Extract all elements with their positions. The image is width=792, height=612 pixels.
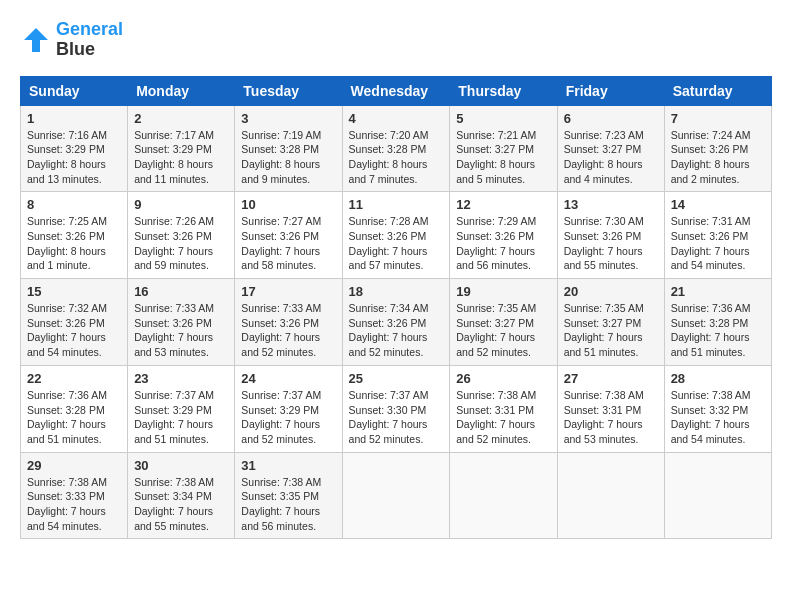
- calendar-cell: 4Sunrise: 7:20 AMSunset: 3:28 PMDaylight…: [342, 105, 450, 192]
- day-number: 20: [564, 284, 658, 299]
- day-number: 13: [564, 197, 658, 212]
- day-number: 12: [456, 197, 550, 212]
- weekday-header-saturday: Saturday: [664, 76, 771, 105]
- day-info: Sunrise: 7:17 AMSunset: 3:29 PMDaylight:…: [134, 128, 228, 187]
- calendar-cell: 12Sunrise: 7:29 AMSunset: 3:26 PMDayligh…: [450, 192, 557, 279]
- day-number: 27: [564, 371, 658, 386]
- calendar-cell: [342, 452, 450, 539]
- day-info: Sunrise: 7:30 AMSunset: 3:26 PMDaylight:…: [564, 214, 658, 273]
- calendar-cell: 16Sunrise: 7:33 AMSunset: 3:26 PMDayligh…: [128, 279, 235, 366]
- day-number: 26: [456, 371, 550, 386]
- calendar-week-5: 29Sunrise: 7:38 AMSunset: 3:33 PMDayligh…: [21, 452, 772, 539]
- day-info: Sunrise: 7:33 AMSunset: 3:26 PMDaylight:…: [241, 301, 335, 360]
- day-number: 16: [134, 284, 228, 299]
- logo-text: GeneralBlue: [56, 20, 123, 60]
- day-info: Sunrise: 7:38 AMSunset: 3:32 PMDaylight:…: [671, 388, 765, 447]
- day-number: 6: [564, 111, 658, 126]
- svg-marker-0: [24, 28, 48, 52]
- day-number: 28: [671, 371, 765, 386]
- day-info: Sunrise: 7:27 AMSunset: 3:26 PMDaylight:…: [241, 214, 335, 273]
- day-info: Sunrise: 7:33 AMSunset: 3:26 PMDaylight:…: [134, 301, 228, 360]
- day-number: 22: [27, 371, 121, 386]
- day-info: Sunrise: 7:28 AMSunset: 3:26 PMDaylight:…: [349, 214, 444, 273]
- day-number: 29: [27, 458, 121, 473]
- day-info: Sunrise: 7:19 AMSunset: 3:28 PMDaylight:…: [241, 128, 335, 187]
- day-info: Sunrise: 7:20 AMSunset: 3:28 PMDaylight:…: [349, 128, 444, 187]
- calendar-cell: 27Sunrise: 7:38 AMSunset: 3:31 PMDayligh…: [557, 365, 664, 452]
- weekday-header-friday: Friday: [557, 76, 664, 105]
- calendar-cell: 2Sunrise: 7:17 AMSunset: 3:29 PMDaylight…: [128, 105, 235, 192]
- day-number: 2: [134, 111, 228, 126]
- calendar-cell: 21Sunrise: 7:36 AMSunset: 3:28 PMDayligh…: [664, 279, 771, 366]
- day-number: 24: [241, 371, 335, 386]
- day-number: 15: [27, 284, 121, 299]
- day-info: Sunrise: 7:35 AMSunset: 3:27 PMDaylight:…: [456, 301, 550, 360]
- day-info: Sunrise: 7:36 AMSunset: 3:28 PMDaylight:…: [27, 388, 121, 447]
- calendar-cell: [557, 452, 664, 539]
- day-info: Sunrise: 7:24 AMSunset: 3:26 PMDaylight:…: [671, 128, 765, 187]
- calendar-cell: 1Sunrise: 7:16 AMSunset: 3:29 PMDaylight…: [21, 105, 128, 192]
- calendar-cell: 8Sunrise: 7:25 AMSunset: 3:26 PMDaylight…: [21, 192, 128, 279]
- day-info: Sunrise: 7:31 AMSunset: 3:26 PMDaylight:…: [671, 214, 765, 273]
- calendar-cell: 29Sunrise: 7:38 AMSunset: 3:33 PMDayligh…: [21, 452, 128, 539]
- day-number: 7: [671, 111, 765, 126]
- day-number: 14: [671, 197, 765, 212]
- day-info: Sunrise: 7:35 AMSunset: 3:27 PMDaylight:…: [564, 301, 658, 360]
- calendar-cell: 26Sunrise: 7:38 AMSunset: 3:31 PMDayligh…: [450, 365, 557, 452]
- weekday-header-wednesday: Wednesday: [342, 76, 450, 105]
- day-info: Sunrise: 7:32 AMSunset: 3:26 PMDaylight:…: [27, 301, 121, 360]
- calendar-cell: 22Sunrise: 7:36 AMSunset: 3:28 PMDayligh…: [21, 365, 128, 452]
- day-info: Sunrise: 7:37 AMSunset: 3:29 PMDaylight:…: [241, 388, 335, 447]
- day-info: Sunrise: 7:21 AMSunset: 3:27 PMDaylight:…: [456, 128, 550, 187]
- day-number: 8: [27, 197, 121, 212]
- calendar-cell: 24Sunrise: 7:37 AMSunset: 3:29 PMDayligh…: [235, 365, 342, 452]
- calendar-cell: 17Sunrise: 7:33 AMSunset: 3:26 PMDayligh…: [235, 279, 342, 366]
- day-info: Sunrise: 7:25 AMSunset: 3:26 PMDaylight:…: [27, 214, 121, 273]
- day-info: Sunrise: 7:38 AMSunset: 3:31 PMDaylight:…: [564, 388, 658, 447]
- day-number: 5: [456, 111, 550, 126]
- calendar-cell: 30Sunrise: 7:38 AMSunset: 3:34 PMDayligh…: [128, 452, 235, 539]
- day-info: Sunrise: 7:37 AMSunset: 3:30 PMDaylight:…: [349, 388, 444, 447]
- day-info: Sunrise: 7:29 AMSunset: 3:26 PMDaylight:…: [456, 214, 550, 273]
- calendar-cell: 20Sunrise: 7:35 AMSunset: 3:27 PMDayligh…: [557, 279, 664, 366]
- calendar-week-4: 22Sunrise: 7:36 AMSunset: 3:28 PMDayligh…: [21, 365, 772, 452]
- day-number: 10: [241, 197, 335, 212]
- weekday-header-monday: Monday: [128, 76, 235, 105]
- calendar-cell: 14Sunrise: 7:31 AMSunset: 3:26 PMDayligh…: [664, 192, 771, 279]
- calendar-cell: 13Sunrise: 7:30 AMSunset: 3:26 PMDayligh…: [557, 192, 664, 279]
- calendar-cell: [664, 452, 771, 539]
- calendar-cell: 18Sunrise: 7:34 AMSunset: 3:26 PMDayligh…: [342, 279, 450, 366]
- day-info: Sunrise: 7:37 AMSunset: 3:29 PMDaylight:…: [134, 388, 228, 447]
- calendar-week-2: 8Sunrise: 7:25 AMSunset: 3:26 PMDaylight…: [21, 192, 772, 279]
- day-number: 11: [349, 197, 444, 212]
- day-info: Sunrise: 7:38 AMSunset: 3:31 PMDaylight:…: [456, 388, 550, 447]
- calendar-week-1: 1Sunrise: 7:16 AMSunset: 3:29 PMDaylight…: [21, 105, 772, 192]
- day-number: 17: [241, 284, 335, 299]
- calendar-cell: 3Sunrise: 7:19 AMSunset: 3:28 PMDaylight…: [235, 105, 342, 192]
- calendar-cell: [450, 452, 557, 539]
- calendar-cell: 25Sunrise: 7:37 AMSunset: 3:30 PMDayligh…: [342, 365, 450, 452]
- calendar-cell: 10Sunrise: 7:27 AMSunset: 3:26 PMDayligh…: [235, 192, 342, 279]
- day-info: Sunrise: 7:38 AMSunset: 3:33 PMDaylight:…: [27, 475, 121, 534]
- calendar-cell: 15Sunrise: 7:32 AMSunset: 3:26 PMDayligh…: [21, 279, 128, 366]
- day-info: Sunrise: 7:36 AMSunset: 3:28 PMDaylight:…: [671, 301, 765, 360]
- logo-icon: [20, 24, 52, 56]
- weekday-header-sunday: Sunday: [21, 76, 128, 105]
- logo: GeneralBlue: [20, 20, 123, 60]
- day-info: Sunrise: 7:38 AMSunset: 3:34 PMDaylight:…: [134, 475, 228, 534]
- day-number: 1: [27, 111, 121, 126]
- day-number: 18: [349, 284, 444, 299]
- page-header: GeneralBlue: [20, 20, 772, 60]
- calendar-week-3: 15Sunrise: 7:32 AMSunset: 3:26 PMDayligh…: [21, 279, 772, 366]
- day-info: Sunrise: 7:26 AMSunset: 3:26 PMDaylight:…: [134, 214, 228, 273]
- calendar-cell: 5Sunrise: 7:21 AMSunset: 3:27 PMDaylight…: [450, 105, 557, 192]
- day-number: 21: [671, 284, 765, 299]
- calendar-cell: 11Sunrise: 7:28 AMSunset: 3:26 PMDayligh…: [342, 192, 450, 279]
- calendar-cell: 28Sunrise: 7:38 AMSunset: 3:32 PMDayligh…: [664, 365, 771, 452]
- day-number: 30: [134, 458, 228, 473]
- calendar-cell: 7Sunrise: 7:24 AMSunset: 3:26 PMDaylight…: [664, 105, 771, 192]
- day-number: 25: [349, 371, 444, 386]
- day-info: Sunrise: 7:23 AMSunset: 3:27 PMDaylight:…: [564, 128, 658, 187]
- day-number: 4: [349, 111, 444, 126]
- day-info: Sunrise: 7:38 AMSunset: 3:35 PMDaylight:…: [241, 475, 335, 534]
